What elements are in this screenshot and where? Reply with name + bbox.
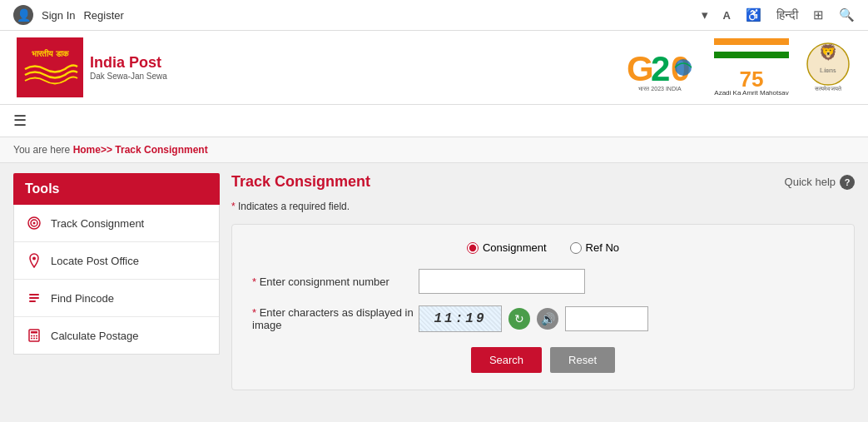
svg-point-27 xyxy=(31,338,32,340)
register-link[interactable]: Register xyxy=(83,9,123,22)
captcha-area: 11:19 ↻ 🔊 xyxy=(419,305,648,332)
top-bar-left: 👤 Sign In Register xyxy=(13,5,124,25)
svg-rect-7 xyxy=(714,45,789,52)
tool-icon xyxy=(26,290,42,306)
captcha-speaker-button[interactable]: 🔊 xyxy=(537,308,558,330)
main-content: Track Consignment Quick help ? * Indicat… xyxy=(231,173,855,390)
search-icon[interactable]: 🔍 xyxy=(839,7,855,22)
svg-text:75: 75 xyxy=(740,67,764,92)
target-icon xyxy=(26,215,42,231)
font-size-icon[interactable]: A xyxy=(723,9,731,22)
breadcrumb-home[interactable]: Home>> xyxy=(73,144,112,156)
emblem: 🦁 𝕃𝕚𝕠𝕟𝕤 सत्यमेव जयते xyxy=(806,41,851,95)
svg-point-29 xyxy=(36,338,37,340)
svg-point-25 xyxy=(33,335,35,337)
svg-text:G: G xyxy=(627,49,654,88)
radio-ref[interactable]: Ref No xyxy=(570,241,619,254)
help-icon[interactable]: ? xyxy=(840,175,855,190)
svg-rect-19 xyxy=(29,294,39,295)
svg-point-4 xyxy=(675,59,692,76)
breadcrumb-prefix: You are here xyxy=(13,144,73,156)
sidebar-label-locate: Locate Post Office xyxy=(51,255,139,267)
g20-svg: G 2 0 भारत 2023 INDIA xyxy=(622,41,697,95)
emblem-svg: 🦁 𝕃𝕚𝕠𝕟𝕤 सत्यमेव जयते xyxy=(806,41,851,95)
top-bar-right: ▾ A ♿ हिन्दी ⊞ 🔍 xyxy=(702,7,855,22)
required-note: * Indicates a required field. xyxy=(231,201,855,212)
header-logos: G 2 0 भारत 2023 INDIA 75 xyxy=(622,38,851,97)
svg-point-26 xyxy=(36,335,37,337)
quick-help: Quick help ? xyxy=(785,175,855,190)
svg-rect-20 xyxy=(29,297,39,299)
logo-svg: भारतीय डाक xyxy=(21,40,79,95)
sidebar: Tools Track Consignment Locate Post Offi… xyxy=(13,173,220,390)
main-header: Track Consignment Quick help ? xyxy=(231,173,855,191)
azadi-svg: 75 Azadi Ka Amrit Mahotsav xyxy=(714,38,789,97)
sidebar-item-locate-post-office[interactable]: Locate Post Office xyxy=(14,242,219,280)
india-post-text: India Post Dak Sewa-Jan Sewa xyxy=(90,54,167,81)
radio-row: Consignment Ref No xyxy=(252,241,834,254)
radio-consignment[interactable]: Consignment xyxy=(467,241,547,254)
header: भारतीय डाक India Post Dak Sewa-Jan Sewa … xyxy=(0,31,868,105)
radio-consignment-input[interactable] xyxy=(467,242,479,254)
hindi-label[interactable]: हिन्दी xyxy=(776,7,798,22)
quick-help-label: Quick help xyxy=(785,176,836,188)
consignment-input[interactable] xyxy=(419,269,585,294)
logo-area: भारतीय डाक India Post Dak Sewa-Jan Sewa xyxy=(17,37,167,97)
azadi-logo: 75 Azadi Ka Amrit Mahotsav xyxy=(714,38,789,97)
svg-point-17 xyxy=(33,222,36,225)
logo-red-box: भारतीय डाक xyxy=(17,37,83,97)
breadcrumb: You are here Home>> Track Consignment xyxy=(0,137,868,163)
brand-tagline: Dak Sewa-Jan Sewa xyxy=(90,72,167,81)
sidebar-item-calculate-postage[interactable]: Calculate Postage xyxy=(14,317,219,354)
captcha-input[interactable] xyxy=(565,306,648,331)
sidebar-item-find-pincode[interactable]: Find Pincode xyxy=(14,280,219,317)
required-star: * xyxy=(231,201,236,212)
button-row: Search Reset xyxy=(252,347,834,373)
required-text: Indicates a required field. xyxy=(238,201,350,212)
svg-rect-8 xyxy=(714,52,789,58)
hamburger-icon[interactable]: ☰ xyxy=(13,112,27,130)
svg-text:भारतीय डाक: भारतीय डाक xyxy=(32,49,69,58)
captcha-row: * Enter characters as displayed in image… xyxy=(252,305,834,332)
svg-rect-21 xyxy=(29,300,36,302)
page-title: Track Consignment xyxy=(231,173,370,191)
svg-point-18 xyxy=(32,257,36,261)
sidebar-label-postage: Calculate Postage xyxy=(51,330,139,342)
sidebar-header: Tools xyxy=(13,173,220,205)
content-area: Tools Track Consignment Locate Post Offi… xyxy=(0,163,868,400)
captcha-refresh-button[interactable]: ↻ xyxy=(508,308,530,330)
sidebar-label-track: Track Consignment xyxy=(51,217,144,230)
sidebar-label-pincode: Find Pincode xyxy=(51,292,114,305)
svg-text:🦁: 🦁 xyxy=(819,43,838,62)
brand-name: India Post xyxy=(90,54,167,72)
g20-logo: G 2 0 भारत 2023 INDIA xyxy=(622,41,697,95)
svg-text:2: 2 xyxy=(651,49,670,88)
svg-point-28 xyxy=(33,338,35,340)
svg-text:𝕃𝕚𝕠𝕟𝕤: 𝕃𝕚𝕠𝕟𝕤 xyxy=(820,67,836,73)
signin-link[interactable]: Sign In xyxy=(42,9,75,22)
consignment-label: * Enter consignment number xyxy=(252,276,419,288)
pin-icon xyxy=(26,252,42,269)
sidebar-item-track-consignment[interactable]: Track Consignment xyxy=(14,205,219,242)
captcha-label: * Enter characters as displayed in image xyxy=(252,306,419,331)
top-bar: 👤 Sign In Register ▾ A ♿ हिन्दी ⊞ 🔍 xyxy=(0,0,868,31)
radio-consignment-label: Consignment xyxy=(483,241,547,254)
calc-icon xyxy=(26,327,42,344)
consignment-row: * Enter consignment number xyxy=(252,269,834,294)
form-panel: Consignment Ref No * Enter consignment n… xyxy=(231,224,855,390)
breadcrumb-current: Track Consignment xyxy=(115,144,207,156)
captcha-image: 11:19 xyxy=(419,305,502,332)
search-button[interactable]: Search xyxy=(471,347,542,373)
svg-text:Azadi Ka Amrit Mahotsav: Azadi Ka Amrit Mahotsav xyxy=(714,89,788,97)
reset-button[interactable]: Reset xyxy=(550,347,615,373)
sitemap-icon[interactable]: ⊞ xyxy=(813,7,824,22)
svg-rect-23 xyxy=(31,331,37,334)
user-icon: 👤 xyxy=(13,5,33,25)
radio-ref-label: Ref No xyxy=(586,241,619,254)
svg-rect-6 xyxy=(714,38,789,45)
dropdown-icon[interactable]: ▾ xyxy=(702,7,708,22)
captcha-text: 11:19 xyxy=(434,311,486,326)
radio-ref-input[interactable] xyxy=(570,242,582,254)
accessibility-icon[interactable]: ♿ xyxy=(746,7,761,22)
svg-point-24 xyxy=(31,335,32,337)
